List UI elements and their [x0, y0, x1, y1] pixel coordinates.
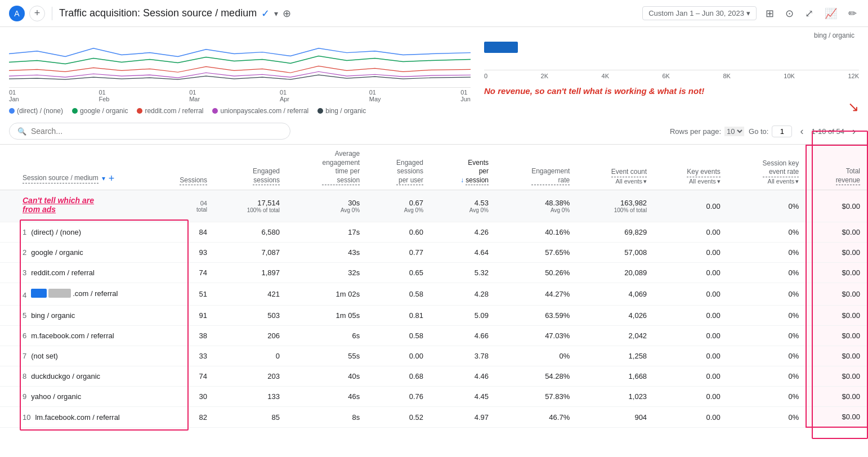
col-header-events-per-session[interactable]: ↓ Eventspersession [430, 145, 495, 190]
cell-key-events: 0.00 [654, 346, 727, 366]
legend-label-bing: bing / organic [325, 107, 366, 115]
cell-avg-time: 17s [287, 222, 366, 243]
date-range-picker[interactable]: Custom Jan 1 – Jun 30, 2023 ▾ [642, 6, 757, 20]
total-sessions: 04 total [169, 190, 214, 222]
cell-engaged-per-user: 0.76 [366, 387, 430, 407]
cell-source: 9yahoo / organic [0, 387, 169, 407]
cell-key-events: 0.00 [654, 283, 727, 306]
cell-engaged-per-user: 0.58 [366, 283, 430, 306]
cell-avg-time: 43s [287, 243, 366, 263]
cell-event-count: 4,069 [576, 283, 654, 306]
sort-icon-session-source: ▾ [102, 174, 105, 183]
title-text: Traffic acquisition: Session source / me… [59, 7, 257, 19]
cell-engaged-per-user: 0.77 [366, 243, 430, 263]
add-button[interactable]: ⊕ [283, 7, 291, 20]
cell-event-count: 20,089 [576, 263, 654, 283]
table-row: 4 .com / referral 514211m 02s0.584.2844.… [0, 283, 867, 306]
cell-total-revenue: $0.00 [806, 306, 867, 326]
search-input[interactable] [31, 127, 282, 136]
col-header-total-revenue[interactable]: Totalrevenue [806, 145, 867, 190]
cell-engagement-rate: 50.26% [495, 263, 576, 283]
legend-label-google: google / organic [80, 107, 128, 115]
bing-label: bing / organic [484, 32, 859, 39]
cell-engagement-rate: 44.27% [495, 283, 576, 306]
cell-sessions: 33 [169, 346, 214, 366]
cell-engagement-rate: 63.59% [495, 306, 576, 326]
data-table-container: Session source / medium ▾ + Sessions Eng… [0, 145, 868, 428]
cell-event-count: 1,023 [576, 387, 654, 407]
col-header-key-events[interactable]: Key events All events▾ [654, 145, 727, 190]
cell-key-events: 0.00 [654, 326, 727, 346]
table-row: 8duckduckgo / organic7420340s0.684.4654.… [0, 366, 867, 387]
pagination-info: 1-10 of 54 [811, 127, 844, 136]
total-avg-time: 30s Avg 0% [287, 190, 366, 222]
cell-engaged-per-user: 0.58 [366, 326, 430, 346]
divider [52, 7, 52, 20]
cell-event-count: 4,026 [576, 306, 654, 326]
rows-per-page-select[interactable]: 10 25 50 [724, 127, 744, 136]
cell-event-count: 1,258 [576, 346, 654, 366]
cell-engaged-per-user: 0.81 [366, 306, 430, 326]
cell-engaged-sessions: 0 [214, 346, 287, 366]
cell-events-per-session: 4.45 [430, 387, 495, 407]
goto-control: Go to: [749, 126, 792, 137]
add-tab-button[interactable]: + [29, 6, 45, 21]
col-header-avg-time[interactable]: Averageengagementtime persession [287, 145, 366, 190]
col-header-event-count[interactable]: Event count All events▾ [576, 145, 654, 190]
search-input-wrap[interactable]: 🔍 [9, 123, 290, 140]
search-bar: 🔍 Rows per page: 10 25 50 Go to: ‹ 1-10 … [0, 118, 868, 145]
legend-dot-direct [9, 108, 15, 114]
sort-arrow-down: ↓ [460, 176, 466, 184]
cell-avg-time: 8s [287, 407, 366, 428]
cell-event-count: 57,008 [576, 243, 654, 263]
cell-events-per-session: 4.28 [430, 283, 495, 306]
compare-icon[interactable]: ⊙ [783, 5, 796, 22]
table-row: 10lm.facebook.com / referral82858s0.524.… [0, 407, 867, 428]
cell-source: 8duckduckgo / organic [0, 366, 169, 387]
cell-session-key-rate: 0% [727, 243, 807, 263]
cell-engaged-per-user: 0.60 [366, 222, 430, 243]
col-header-sessions[interactable]: Sessions [169, 145, 214, 190]
col-header-session-source[interactable]: Session source / medium ▾ + [0, 145, 169, 190]
share-icon[interactable]: ⤢ [803, 5, 816, 22]
grid-view-icon[interactable]: ⊞ [763, 5, 776, 22]
col-header-engaged-sessions[interactable]: Engagedsessions [214, 145, 287, 190]
table-row: 7(not set)33055s0.003.780%1,2580.000%$0.… [0, 346, 867, 366]
total-engaged-sessions: 17,514 100% of total [214, 190, 287, 222]
cell-total-revenue: $0.00 [806, 346, 867, 366]
cell-engagement-rate: 57.83% [495, 387, 576, 407]
cell-events-per-session: 4.64 [430, 243, 495, 263]
cell-avg-time: 6s [287, 326, 366, 346]
cell-session-key-rate: 0% [727, 222, 807, 243]
cell-avg-time: 32s [287, 263, 366, 283]
col-label-session-source: Session source / medium [23, 174, 99, 183]
cell-source: 3reddit.com / referral [0, 263, 169, 283]
cell-key-events: 0.00 [654, 222, 727, 243]
activity-icon[interactable]: 📈 [822, 5, 839, 22]
chart-x-labels: 01Jan 01Feb 01Mar 01Apr 01May 01Jun [9, 88, 471, 104]
total-event-count: 163,982 100% of total [576, 190, 654, 222]
cell-sessions: 82 [169, 407, 214, 428]
col-header-engagement-rate[interactable]: Engagementrate [495, 145, 576, 190]
cell-total-revenue: $0.00 [806, 283, 867, 306]
goto-input[interactable] [772, 126, 792, 137]
chart-section: 01Jan 01Feb 01Mar 01Apr 01May 01Jun (dir… [0, 27, 868, 118]
add-dimension-button[interactable]: + [109, 172, 115, 185]
edit-icon[interactable]: ✏ [846, 5, 859, 22]
cell-key-events: 0.00 [654, 243, 727, 263]
search-icon: 🔍 [17, 127, 26, 136]
cell-event-count: 1,668 [576, 366, 654, 387]
chevron-icon[interactable]: ▾ [274, 9, 278, 18]
next-page-button[interactable]: › [849, 124, 859, 138]
legend-label-union: unionpayscales.com / referral [220, 107, 308, 115]
cell-source: 10lm.facebook.com / referral [0, 407, 169, 428]
cell-engagement-rate: 40.16% [495, 222, 576, 243]
cell-session-key-rate: 0% [727, 326, 807, 346]
date-range-text: Custom Jan 1 – Jun 30, 2023 [648, 9, 744, 17]
prev-page-button[interactable]: ‹ [797, 124, 807, 138]
col-header-session-key-rate[interactable]: Session keyevent rate All events▾ [727, 145, 807, 190]
cell-total-revenue: $0.00 [806, 407, 867, 428]
col-header-engaged-per-user[interactable]: Engagedsessionsper user [366, 145, 430, 190]
cell-engaged-sessions: 206 [214, 326, 287, 346]
date-chevron-icon: ▾ [746, 9, 750, 17]
